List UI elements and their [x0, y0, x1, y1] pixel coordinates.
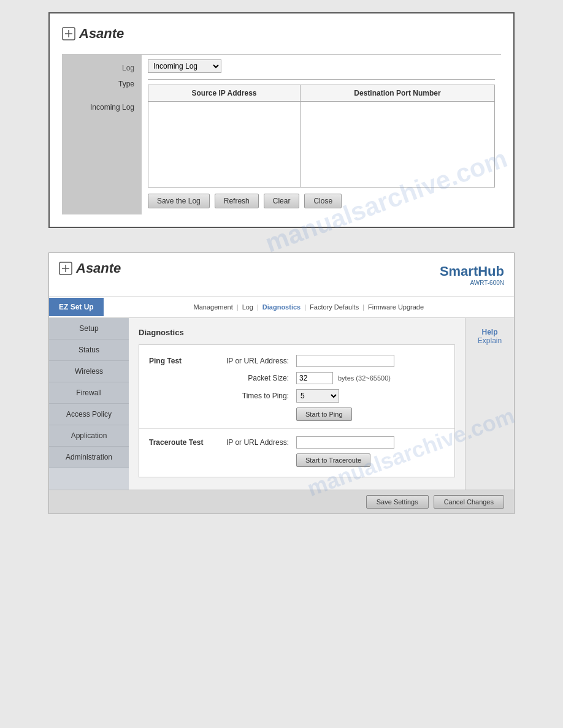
- cancel-changes-button[interactable]: Cancel Changes: [434, 495, 504, 509]
- sidebar-item-application[interactable]: Application: [49, 425, 129, 447]
- log-table: Source IP Address Destination Port Numbe…: [148, 85, 495, 188]
- asante-logo-panel1: Asante: [62, 26, 501, 42]
- asante-logo-text: Asante: [79, 26, 124, 42]
- panel2-help-panel: Help Explain: [465, 318, 514, 490]
- start-ping-row: Start to Ping: [139, 405, 454, 423]
- times-to-ping-select[interactable]: 1234510: [296, 389, 339, 403]
- asante-logo-icon: [62, 27, 75, 40]
- ping-section-title: Ping Test: [149, 357, 223, 365]
- times-to-ping-row: Times to Ping: 1234510: [139, 387, 454, 405]
- ping-section-row: Ping Test IP or URL Address:: [139, 352, 454, 370]
- packet-size-note: bytes (32~65500): [338, 374, 391, 382]
- log-col-source: Source IP Address: [148, 85, 301, 102]
- sidebar-item-setup[interactable]: Setup: [49, 318, 129, 339]
- sidebar-type-label: Type: [62, 76, 142, 92]
- packet-size-input[interactable]: [296, 372, 333, 384]
- traceroute-section-title: Traceroute Test: [149, 438, 223, 447]
- panel2-header: Asante SmartHub AWRT-600N: [49, 253, 514, 297]
- panel2-main: Diagnostics Ping Test IP or URL Address:…: [129, 318, 465, 490]
- save-settings-button[interactable]: Save Settings: [366, 495, 429, 509]
- panel2-footer: Save Settings Cancel Changes: [49, 490, 514, 514]
- sidebar-item-firewall[interactable]: Firewall: [49, 382, 129, 404]
- save-log-button[interactable]: Save the Log: [148, 194, 210, 208]
- nav-diagnostics[interactable]: Diagnostics: [260, 302, 303, 312]
- help-label: Help: [470, 328, 509, 336]
- packet-size-label: Packet Size:: [223, 374, 296, 382]
- refresh-button[interactable]: Refresh: [215, 194, 259, 208]
- nav-firmware-upgrade[interactable]: Firmware Upgrade: [366, 302, 426, 312]
- traceroute-section-row: Traceroute Test IP or URL Address:: [139, 434, 454, 451]
- log-table-row: [148, 102, 495, 188]
- close-button[interactable]: Close: [304, 194, 342, 208]
- smarthub-model: AWRT-600N: [440, 279, 504, 286]
- panel2-sidebar: Setup Status Wireless Firewall Access Po…: [49, 318, 129, 490]
- asante-logo-icon-2: [59, 262, 72, 275]
- asante-logo-text-2: Asante: [76, 260, 121, 276]
- log-col-dest: Destination Port Number: [301, 85, 495, 102]
- smarthub-logo: SmartHub AWRT-600N: [440, 264, 504, 286]
- panel2-body: Setup Status Wireless Firewall Access Po…: [49, 318, 514, 490]
- nav-ezsetup-button[interactable]: EZ Set Up: [49, 298, 104, 316]
- sidebar-item-administration[interactable]: Administration: [49, 447, 129, 468]
- log-dest-cell: [301, 102, 495, 188]
- nav-factory-defaults[interactable]: Factory Defaults: [307, 302, 361, 312]
- start-ping-button[interactable]: Start to Ping: [296, 408, 352, 421]
- asante-logo-panel2: Asante: [59, 260, 121, 276]
- clear-button[interactable]: Clear: [264, 194, 300, 208]
- traceroute-ip-input[interactable]: [296, 436, 394, 449]
- ping-ip-label: IP or URL Address:: [223, 357, 296, 365]
- sidebar-item-status[interactable]: Status: [49, 339, 129, 361]
- log-buttons: Save the Log Refresh Clear Close: [148, 194, 495, 208]
- ping-ip-input[interactable]: [296, 355, 394, 367]
- sidebar-item-wireless[interactable]: Wireless: [49, 361, 129, 382]
- sidebar-incoming-label: Incoming Log: [62, 98, 142, 116]
- smarthub-title: SmartHub: [440, 264, 504, 279]
- packet-size-row: Packet Size: bytes (32~65500): [139, 370, 454, 387]
- nav-links: Management | Log | Diagnostics | Factory…: [104, 300, 514, 314]
- sidebar-item-access-policy[interactable]: Access Policy: [49, 404, 129, 425]
- diagnostics-title: Diagnostics: [139, 328, 455, 337]
- panel2-nav: EZ Set Up Management | Log | Diagnostics…: [49, 297, 514, 318]
- times-to-ping-label: Times to Ping:: [223, 392, 296, 400]
- sidebar-log-label: Log: [62, 60, 142, 76]
- start-traceroute-button[interactable]: Start to Traceroute: [296, 453, 370, 467]
- diagnostics-ping-section: Ping Test IP or URL Address: Packet Size…: [139, 344, 455, 477]
- nav-log[interactable]: Log: [240, 302, 256, 312]
- panel1-main: Incoming Log Outgoing Log System Log Sou…: [142, 54, 501, 214]
- explain-label: Explain: [470, 336, 509, 345]
- start-traceroute-row: Start to Traceroute: [139, 451, 454, 469]
- nav-management[interactable]: Management: [191, 302, 236, 312]
- log-type-row: Incoming Log Outgoing Log System Log: [148, 55, 495, 80]
- panel1-sidebar: Log Type Incoming Log: [62, 54, 142, 214]
- log-type-select[interactable]: Incoming Log Outgoing Log System Log: [148, 59, 221, 73]
- log-source-cell: [148, 102, 301, 188]
- traceroute-ip-label: IP or URL Address:: [223, 438, 296, 447]
